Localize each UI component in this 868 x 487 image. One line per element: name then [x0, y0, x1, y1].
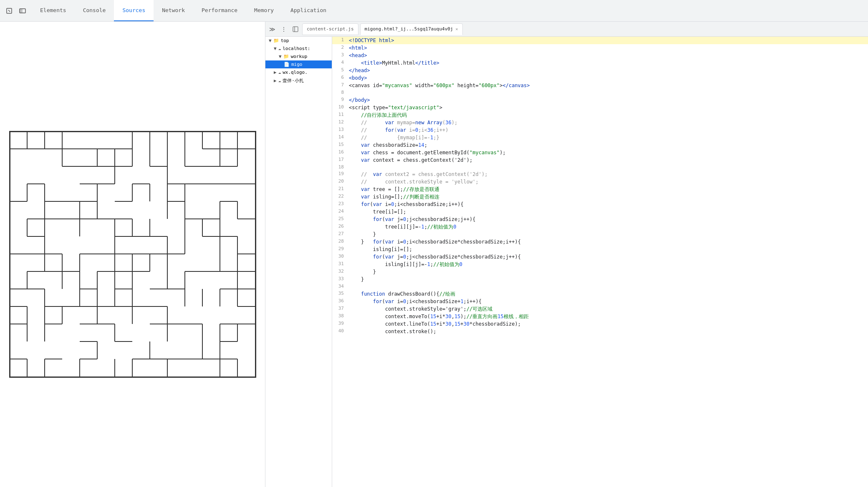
sources-collapse-btn[interactable]: ≫: [267, 24, 277, 34]
tab-memory[interactable]: Memory: [246, 0, 282, 21]
file-tab-migong[interactable]: migong.html?_ij...5sgq17auqu4v0j ✕: [360, 23, 463, 35]
tab-sources[interactable]: Sources: [114, 0, 154, 21]
line-number: 24: [332, 208, 349, 215]
file-tab-label: content-script.js: [307, 26, 354, 32]
tree-item-top[interactable]: ▼ 📁 top: [265, 37, 332, 45]
line-content: <script type="text/javascript">: [349, 104, 868, 111]
line-number: 28: [332, 238, 349, 245]
code-line: 12 // var mymap=new Array(36);: [332, 119, 868, 126]
code-line: 22 var isling=[];//判断是否相连: [332, 193, 868, 201]
tab-bar: Elements Console Sources Network Perform…: [0, 0, 868, 22]
tree-item-migo[interactable]: 📄 migo: [265, 60, 332, 68]
line-number: 17: [332, 156, 349, 163]
tree-item-wxqlogo[interactable]: ▶ ☁ wx.qlogo.: [265, 68, 332, 76]
line-content: var chess = document.getElementById("myc…: [349, 149, 868, 156]
tree-cloud-icon-3: ☁: [278, 78, 281, 83]
file-tab-content-script[interactable]: content-script.js: [302, 23, 358, 35]
line-content: //自行添加上面代码: [349, 111, 868, 119]
line-number: 34: [332, 283, 349, 290]
code-editor[interactable]: 1<!DOCTYPE html>2<html>3<head>4 <title>M…: [332, 37, 868, 487]
line-content: context.strokeStyle='gray';//可选区域: [349, 305, 868, 313]
line-number: 6: [332, 74, 349, 81]
code-line: 35 function drawChessBoard(){//绘画: [332, 290, 868, 298]
line-content: for(var i=0;i<chessboradSize;i++){: [349, 201, 868, 208]
line-number: 23: [332, 201, 349, 208]
line-number: 30: [332, 253, 349, 260]
line-number: 26: [332, 223, 349, 230]
line-number: 18: [332, 164, 349, 171]
code-line: 38 context.moveTo(15+i*30,15);//垂直方向画15根…: [332, 313, 868, 320]
code-line: 6<body>: [332, 74, 868, 82]
line-content: isling[i]=[];: [349, 246, 868, 253]
tree-folder-icon-2: 📁: [283, 54, 289, 59]
svg-line-1: [8, 10, 10, 12]
tree-arrow-icon-3: ▼: [279, 54, 282, 59]
line-content: // for(var i=0;i<36;i++): [349, 126, 868, 134]
code-line: 2<html>: [332, 44, 868, 52]
tree-item-workup[interactable]: ▼ 📁 workup: [265, 53, 332, 60]
code-line: 23 for(var i=0;i<chessboradSize;i++){: [332, 201, 868, 208]
tab-network[interactable]: Network: [154, 0, 193, 21]
code-line: 26 tree[i][j]=-1;//初始值为0: [332, 223, 868, 231]
code-line: 25 for(var j=0;j<chessboradSize;j++){: [332, 216, 868, 223]
code-line: 10<script type="text/javascript">: [332, 104, 868, 111]
devtools-inspect-button[interactable]: [3, 5, 15, 17]
tree-file-icon: 📄: [284, 62, 290, 67]
tree-item-localhost[interactable]: ▼ ☁ localhost:: [265, 45, 332, 53]
code-line: 27 }: [332, 231, 868, 238]
line-number: 22: [332, 193, 349, 200]
code-line: 18: [332, 164, 868, 171]
svg-rect-4: [293, 27, 298, 32]
line-content: } for(var i=0;i<chessboradSize*chessbora…: [349, 238, 868, 246]
line-content: var context = chess.getContext('2d');: [349, 156, 868, 164]
tab-application[interactable]: Application: [282, 0, 335, 21]
line-number: 15: [332, 141, 349, 148]
line-content: context.lineTo(15+i*30,15+30*chessboradS…: [349, 320, 868, 328]
sources-sidebar-btn[interactable]: [290, 24, 300, 34]
line-number: 9: [332, 96, 349, 103]
line-number: 40: [332, 328, 349, 335]
line-number: 29: [332, 246, 349, 253]
tab-console[interactable]: Console: [75, 0, 114, 21]
tree-item-label-yiban: 壹伴·小扎: [283, 78, 304, 84]
code-line: 33 }: [332, 276, 868, 283]
file-tab-close-icon[interactable]: ✕: [456, 27, 458, 31]
tab-bar-left: [0, 0, 32, 21]
line-content: <title>MyHtml.html</title>: [349, 59, 868, 67]
line-content: }: [349, 231, 868, 238]
line-content: <body>: [349, 74, 868, 82]
line-content: // context.strokeStyle = 'yellow';: [349, 178, 868, 186]
code-line: 40 context.stroke();: [332, 328, 868, 335]
code-line: 30 for(var j=0;j<chessboradSize*chessbor…: [332, 253, 868, 261]
tree-item-yiban[interactable]: ▶ ☁ 壹伴·小扎: [265, 76, 332, 85]
line-number: 37: [332, 305, 349, 312]
line-content: </body>: [349, 96, 868, 104]
tree-folder-icon: 📁: [273, 38, 279, 43]
line-number: 7: [332, 82, 349, 89]
code-line: 15 var chessboradSize=14;: [332, 141, 868, 149]
main-tabs: Elements Console Sources Network Perform…: [32, 0, 868, 21]
line-content: // var mymap=new Array(36);: [349, 119, 868, 126]
code-line: 24 tree[i]=[];: [332, 208, 868, 216]
tab-elements[interactable]: Elements: [32, 0, 75, 21]
sources-panel-btn[interactable]: ⋮: [279, 24, 289, 34]
line-number: 27: [332, 231, 349, 238]
line-number: 14: [332, 134, 349, 141]
tree-item-label: top: [281, 38, 289, 43]
line-content: tree[i]=[];: [349, 208, 868, 216]
devtools-toggle-button[interactable]: [17, 5, 28, 17]
tab-performance[interactable]: Performance: [193, 0, 246, 21]
line-content: for(var j=0;j<chessboradSize*chessboradS…: [349, 253, 868, 261]
line-number: 39: [332, 320, 349, 327]
code-line: 19 // var context2 = chess.getContext('2…: [332, 171, 868, 178]
code-line: 20 // context.strokeStyle = 'yellow';: [332, 178, 868, 186]
line-number: 21: [332, 186, 349, 193]
line-number: 25: [332, 216, 349, 223]
code-line: 3<head>: [332, 52, 868, 59]
code-line: 32 }: [332, 268, 868, 276]
line-content: // {mymap[i]=-1;}: [349, 134, 868, 141]
code-line: 28 } for(var i=0;i<chessboradSize*chessb…: [332, 238, 868, 246]
code-line: 17 var context = chess.getContext('2d');: [332, 156, 868, 164]
line-content: }: [349, 268, 868, 276]
code-line: 31 isling[i][j]=-1;//初始值为0: [332, 261, 868, 268]
